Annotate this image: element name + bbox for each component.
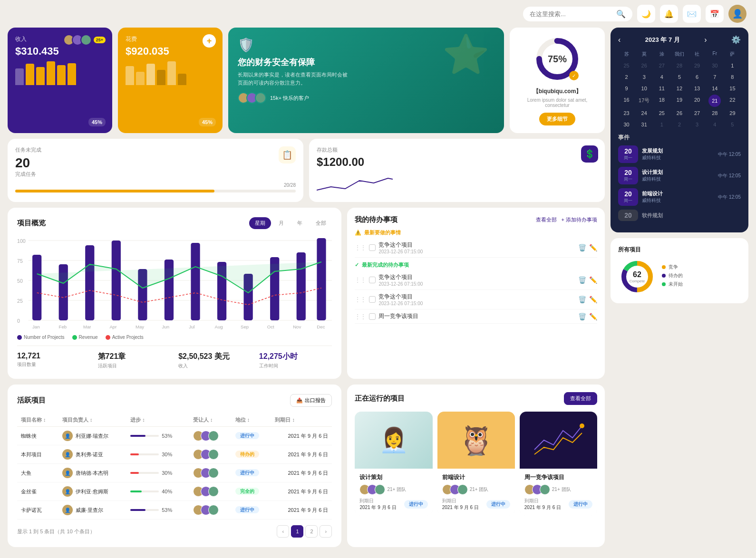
- cell-assignees: [189, 482, 232, 501]
- user-avatar[interactable]: 👤: [728, 5, 746, 23]
- delete-btn-4[interactable]: 🗑️: [578, 313, 586, 320]
- page-2-button[interactable]: 2: [305, 525, 318, 538]
- cal-day-2[interactable]: 2: [618, 72, 635, 82]
- cal-day-19[interactable]: 19: [671, 95, 688, 107]
- cal-day-3[interactable]: 3: [636, 72, 652, 82]
- cal-day-13[interactable]: 13: [689, 83, 706, 94]
- bell-icon[interactable]: 🔔: [660, 5, 678, 23]
- drag-handle-4[interactable]: ⋮⋮: [355, 313, 366, 320]
- cal-day-31[interactable]: 31: [636, 119, 652, 130]
- tab-group: 星期 月 年 全部: [249, 217, 332, 229]
- edit-btn-4[interactable]: ✏️: [589, 313, 597, 320]
- tab-yearly[interactable]: 年: [291, 217, 308, 229]
- checkbox-2[interactable]: [369, 277, 376, 283]
- svg-text:0: 0: [17, 318, 20, 324]
- mail-icon[interactable]: ✉️: [683, 5, 701, 23]
- cal-day-7[interactable]: 7: [707, 72, 723, 82]
- checkbox-3[interactable]: [369, 296, 376, 303]
- cal-day-26b[interactable]: 26: [671, 108, 688, 118]
- page-1-button[interactable]: 1: [291, 525, 303, 538]
- checkbox-4[interactable]: [369, 313, 376, 320]
- cal-day-20[interactable]: 20: [689, 95, 706, 107]
- add-todo-link[interactable]: + 添加待办事项: [562, 216, 597, 223]
- cal-day-24[interactable]: 24: [636, 108, 652, 118]
- cal-day-18[interactable]: 18: [653, 95, 670, 107]
- cal-day-15[interactable]: 15: [724, 83, 741, 94]
- delete-btn-2[interactable]: 🗑️: [578, 276, 586, 284]
- cal-prev-button[interactable]: ‹: [618, 36, 620, 44]
- cal-day-9[interactable]: 9: [618, 83, 635, 94]
- cal-next-5[interactable]: 5: [724, 119, 741, 130]
- cal-day-1[interactable]: 1: [724, 60, 741, 71]
- view-all-link[interactable]: 查看全部: [536, 216, 557, 223]
- sort-icon-status[interactable]: ↕: [247, 417, 250, 423]
- cal-day-17[interactable]: 17号: [636, 95, 652, 107]
- revenue-chart: [15, 61, 105, 85]
- cal-day-4[interactable]: 4: [653, 72, 670, 82]
- stat-revenue: $2,50,523 美元 收入: [178, 352, 252, 369]
- cal-day-29[interactable]: 29: [689, 60, 706, 71]
- cal-day-8[interactable]: 8: [724, 72, 741, 82]
- settings-icon[interactable]: ⚙️: [731, 35, 741, 44]
- proj-status-2: 进行中: [486, 500, 510, 509]
- checkbox-1[interactable]: [369, 244, 376, 251]
- cal-next-1[interactable]: 1: [653, 119, 670, 130]
- cal-day-21-today[interactable]: 21: [708, 95, 721, 107]
- moon-icon[interactable]: 🌙: [637, 5, 655, 23]
- cal-next-3[interactable]: 3: [689, 119, 706, 130]
- cal-day-27b[interactable]: 27: [689, 108, 706, 118]
- sort-icon-assignee[interactable]: ↕: [210, 417, 213, 423]
- drag-handle-1[interactable]: ⋮⋮: [355, 244, 366, 251]
- tab-all[interactable]: 全部: [310, 217, 332, 229]
- calendar-icon[interactable]: 📅: [706, 5, 724, 23]
- sparkline: [317, 173, 597, 194]
- export-button[interactable]: 📤 出口报告: [290, 394, 332, 407]
- cal-next-4[interactable]: 4: [707, 119, 723, 130]
- tab-weekly[interactable]: 星期: [249, 217, 271, 229]
- proj-meta-1: 到期日 2021 年 9 月 6 日 进行中: [359, 498, 427, 511]
- cal-day-6[interactable]: 6: [689, 72, 706, 82]
- savings-card: 存款总额 $1200.00 💲: [309, 139, 605, 202]
- cal-day-30[interactable]: 30: [618, 119, 635, 130]
- search-box[interactable]: 🔍: [523, 7, 632, 21]
- search-input[interactable]: [530, 10, 612, 18]
- cal-day-12[interactable]: 12: [671, 83, 688, 94]
- cal-day-23[interactable]: 23: [618, 108, 635, 118]
- table-row: 蜘蛛侠 👤 利亚娜·瑞查尔 53% 进行中 2021: [17, 427, 332, 445]
- next-page-button[interactable]: ›: [320, 525, 332, 538]
- cal-day-28b[interactable]: 28: [707, 108, 723, 118]
- cal-day-25b[interactable]: 25: [653, 108, 670, 118]
- sort-icon-manager[interactable]: ↕: [90, 417, 93, 423]
- cal-day-5[interactable]: 5: [671, 72, 688, 82]
- cal-day-30[interactable]: 30: [707, 60, 723, 71]
- prev-page-button[interactable]: ‹: [277, 525, 289, 538]
- cal-day-10[interactable]: 10: [636, 83, 652, 94]
- cal-day-16[interactable]: 16: [618, 95, 635, 107]
- add-expense-button[interactable]: +: [203, 34, 216, 48]
- view-all-button[interactable]: 查看全部: [564, 392, 597, 405]
- svg-rect-12: [32, 255, 41, 320]
- detail-button[interactable]: 更多细节: [539, 113, 575, 125]
- drag-handle-2[interactable]: ⋮⋮: [355, 277, 366, 283]
- cal-day-28[interactable]: 28: [671, 60, 688, 71]
- cal-next-button[interactable]: ›: [704, 36, 707, 44]
- cal-day-14[interactable]: 14: [707, 83, 723, 94]
- cal-day-11[interactable]: 11: [653, 83, 670, 94]
- cal-day-29b[interactable]: 29: [724, 108, 741, 118]
- delete-btn-3[interactable]: 🗑️: [578, 296, 586, 303]
- sort-icon-due[interactable]: ↕: [292, 417, 295, 423]
- cal-day-27[interactable]: 27: [653, 60, 670, 71]
- tab-monthly[interactable]: 月: [273, 217, 290, 229]
- stat-active-val: 第721章: [98, 352, 171, 362]
- edit-btn-1[interactable]: ✏️: [589, 244, 597, 251]
- sort-icon-progress[interactable]: ↕: [142, 417, 145, 423]
- cal-next-2[interactable]: 2: [671, 119, 688, 130]
- cal-day-25[interactable]: 25: [618, 60, 635, 71]
- drag-handle-3[interactable]: ⋮⋮: [355, 296, 366, 303]
- delete-btn-1[interactable]: 🗑️: [578, 244, 586, 251]
- cal-day-22[interactable]: 22: [724, 95, 741, 107]
- edit-btn-3[interactable]: ✏️: [589, 296, 597, 303]
- edit-btn-2[interactable]: ✏️: [589, 276, 597, 284]
- cal-day-26[interactable]: 26: [636, 60, 652, 71]
- sort-icon-name[interactable]: ↕: [43, 417, 46, 423]
